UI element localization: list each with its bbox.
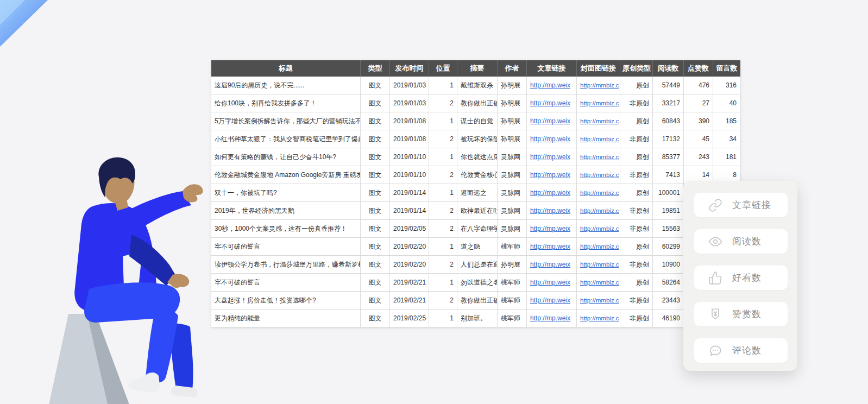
cover_link[interactable]: http://mmbiz.c [580, 207, 619, 214]
cell-title: 小红书种草太狠了：我从交智商税笔记里学到了爆款套 [211, 130, 361, 148]
cell-date: 2019/01/10 [390, 148, 429, 166]
cell-date: 2019/01/03 [390, 94, 429, 112]
article_link[interactable]: http://mp.weix [530, 243, 570, 250]
cell-title: 牢不可破的誓言 [211, 274, 361, 292]
article_link[interactable]: http://mp.weix [530, 261, 570, 268]
cell-title: 30秒，1000个文案灵感，这有一份真香推荐！ [211, 220, 361, 238]
table-row: 大盘起涨！房价走低！投资选哪个?图文2019/02/212教你做出正确桃军师ht… [211, 292, 740, 310]
cell-cover_link: http://mmbiz.c [577, 184, 620, 202]
cell-title: 牢不可破的誓言 [211, 238, 361, 256]
cover_link[interactable]: http://mmbiz.c [580, 190, 619, 196]
cell-summary: 别加班。 [457, 310, 498, 327]
cell-position: 2 [429, 166, 457, 184]
reward-icon [708, 307, 722, 321]
table-row: 牢不可破的誓言图文2019/02/211勿以道德之名桃军师http://mp.w… [211, 274, 740, 292]
cell-type: 图文 [361, 112, 390, 130]
comment-icon [708, 344, 722, 358]
article_link[interactable]: http://mp.weix [530, 81, 570, 89]
cell-cover_link: http://mmbiz.c [577, 220, 620, 238]
eye-icon [708, 235, 722, 249]
cell-author: 桃军师 [498, 274, 527, 292]
column-header-comments: 留言数 [713, 60, 740, 77]
cover_link[interactable]: http://mmbiz.c [580, 154, 619, 160]
articles-table: 标题类型发布时间位置摘要作者文章链接封面图链接原创类型阅读数点赞数留言数 这届9… [211, 60, 740, 327]
table-row: 牢不可破的誓言图文2019/02/201道之隐桃军师http://mp.weix… [211, 238, 740, 256]
cell-original_type: 原创 [620, 238, 653, 256]
cover_link[interactable]: http://mmbiz.c [580, 279, 619, 286]
cover_link[interactable]: http://mmbiz.c [580, 172, 619, 178]
cell-summary: 人们总是在迎 [457, 256, 498, 274]
article_link[interactable]: http://mp.weix [530, 225, 570, 232]
menu-item-label: 文章链接 [732, 199, 771, 211]
cover_link[interactable]: http://mmbiz.c [580, 82, 619, 89]
cover_link[interactable]: http://mmbiz.c [580, 100, 619, 106]
cell-cover_link: http://mmbiz.c [577, 256, 620, 274]
cover_link[interactable]: http://mmbiz.c [580, 297, 619, 304]
cell-type: 图文 [361, 77, 390, 94]
article_link[interactable]: http://mp.weix [530, 99, 570, 107]
article_link[interactable]: http://mp.weix [530, 314, 570, 322]
cell-reads: 85377 [653, 148, 684, 166]
cell-position: 2 [429, 292, 457, 310]
cell-original_type: 非原创 [620, 220, 653, 238]
cell-likes: 243 [684, 148, 713, 166]
cell-title: 双十一，你被坑了吗? [211, 184, 361, 202]
cell-reads: 60843 [653, 112, 684, 130]
cell-article_link: http://mp.weix [527, 274, 577, 292]
cell-author: 灵脉网 [498, 202, 527, 220]
cell-position: 1 [429, 238, 457, 256]
cell-summary: 在八字命理学 [457, 220, 498, 238]
article_link[interactable]: http://mp.weix [530, 279, 570, 286]
cell-article_link: http://mp.weix [527, 130, 577, 148]
cell-type: 图文 [361, 166, 390, 184]
menu-item-rewards[interactable]: 赞赏数 [694, 302, 788, 326]
cell-article_link: http://mp.weix [527, 77, 577, 94]
cell-date: 2019/02/21 [390, 274, 429, 292]
table-row: 给你100块，别再给我发拼多多了！图文2019/01/032教你做出正确孙明展h… [211, 94, 740, 112]
menu-item-reads[interactable]: 阅读数 [694, 229, 788, 254]
menu-item-likes[interactable]: 好看数 [694, 266, 788, 290]
article_link[interactable]: http://mp.weix [530, 296, 570, 304]
cell-position: 1 [429, 310, 457, 327]
article_link[interactable]: http://mp.weix [530, 153, 570, 161]
cover_link[interactable]: http://mmbiz.c [580, 243, 619, 250]
cell-date: 2019/01/14 [390, 202, 429, 220]
menu-item-label: 阅读数 [732, 235, 762, 248]
link-icon [708, 198, 722, 212]
menu-item-label: 赞赏数 [732, 308, 762, 320]
cell-cover_link: http://mmbiz.c [577, 112, 620, 130]
article_link[interactable]: http://mp.weix [530, 189, 570, 197]
cell-summary: 勿以道德之名 [457, 274, 498, 292]
menu-item-comments[interactable]: 评论数 [694, 338, 788, 363]
cell-title: 5万字增长案例拆解告诉你，那些大厂的营销玩法不过如 [211, 112, 361, 130]
cell-reads: 17132 [653, 130, 684, 148]
cell-summary: 欧神最近在吐 [457, 202, 498, 220]
article_link[interactable]: http://mp.weix [530, 117, 570, 125]
article_link[interactable]: http://mp.weix [530, 171, 570, 179]
cell-type: 图文 [361, 148, 390, 166]
article_link[interactable]: http://mp.weix [530, 207, 570, 214]
cell-cover_link: http://mmbiz.c [577, 166, 620, 184]
article_link[interactable]: http://mp.weix [530, 135, 570, 143]
cell-date: 2019/01/08 [390, 112, 429, 130]
cover_link[interactable]: http://mmbiz.c [580, 315, 619, 321]
cell-comments: 181 [713, 148, 740, 166]
cell-author: 孙明展 [498, 112, 527, 130]
cell-cover_link: http://mmbiz.c [577, 310, 620, 327]
cover_link[interactable]: http://mmbiz.c [580, 261, 619, 268]
table-row: 5万字增长案例拆解告诉你，那些大厂的营销玩法不过如图文2019/01/081谋士… [211, 112, 740, 130]
column-header-summary: 摘要 [457, 60, 498, 77]
column-header-date: 发布时间 [390, 60, 429, 77]
cell-position: 1 [429, 112, 457, 130]
cell-date: 2019/02/20 [390, 256, 429, 274]
cell-author: 孙明展 [498, 256, 527, 274]
cover_link[interactable]: http://mmbiz.c [580, 225, 619, 232]
cell-summary: 伦敦黄金核心 [457, 166, 498, 184]
menu-item-article-link[interactable]: 文章链接 [694, 193, 788, 217]
cell-title: 读伊顿公学万卷书，行温莎城堡万里路，赚希斯罗机场 [211, 256, 361, 274]
cell-article_link: http://mp.weix [527, 292, 577, 310]
cover_link[interactable]: http://mmbiz.c [580, 136, 619, 142]
cell-reads: 57449 [653, 77, 684, 94]
cover_link[interactable]: http://mmbiz.c [580, 118, 619, 124]
cell-date: 2019/01/14 [390, 184, 429, 202]
